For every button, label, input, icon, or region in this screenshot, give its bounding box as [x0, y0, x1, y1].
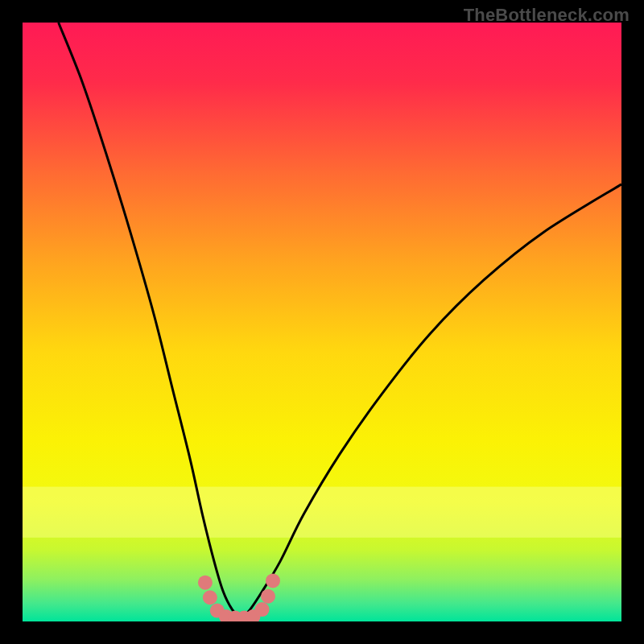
- marker-dot: [255, 602, 270, 617]
- watermark-text: TheBottleneck.com: [464, 5, 630, 26]
- marker-dot: [203, 590, 217, 605]
- marker-dot: [261, 589, 275, 604]
- bright-band: [23, 487, 621, 538]
- bottleneck-chart: [23, 23, 621, 621]
- marker-dot: [198, 576, 213, 590]
- marker-dot: [266, 573, 280, 588]
- chart-frame: [23, 23, 621, 621]
